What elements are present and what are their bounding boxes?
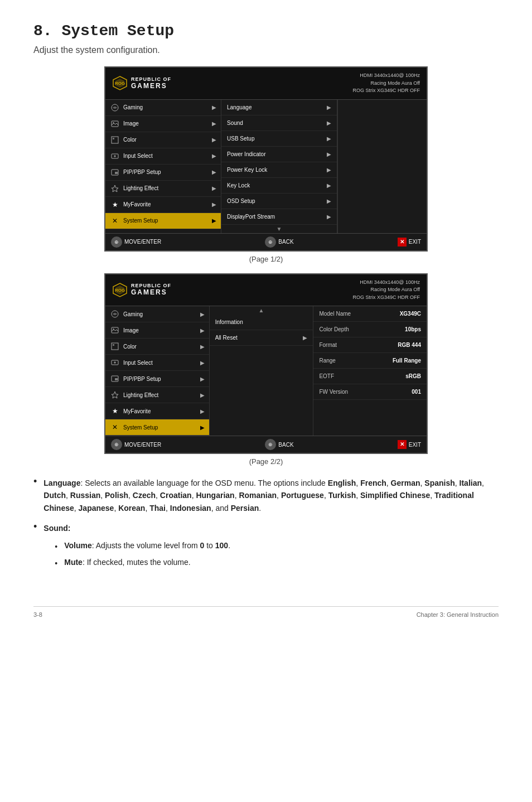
bullet-dot-sound: • xyxy=(33,521,37,533)
osd-page1: ROG REPUBLIC OF GAMERS HDMI 3440x1440@ 1… xyxy=(104,66,428,252)
info-format: Format RGB 444 xyxy=(313,337,427,353)
menu-system-setup[interactable]: ✕ System Setup ▶ xyxy=(105,213,221,229)
footer2-back: ⊕ BACK xyxy=(265,439,293,450)
bullet-dot-language: • xyxy=(33,476,37,487)
menu2-gaming[interactable]: Gaming ▶ xyxy=(105,306,209,322)
menu-myfavorite[interactable]: ★ MyFavorite ▶ xyxy=(105,197,221,213)
osd2-header: ROG REPUBLIC OF GAMERS HDMI 3440x1440@ 1… xyxy=(105,274,427,307)
osd2-main-menu: Gaming ▶ Image ▶ Color ▶ xyxy=(105,306,210,436)
input-select2-icon xyxy=(110,357,120,368)
osd2-caption: (Page 2/2) xyxy=(33,457,499,466)
footer-page-num: 3-8 xyxy=(33,611,42,618)
sub-bullet-mute: • Mute: If checked, mutes the volume. xyxy=(55,556,499,569)
menu2-pip-pbp[interactable]: PIP/PBP Setup ▶ xyxy=(105,371,209,387)
info-fw-version: FW Version 001 xyxy=(313,384,427,400)
bullet-sound: • Sound: • Volume: Adjusts the volume le… xyxy=(33,522,499,573)
back-icon: ⊕ xyxy=(265,236,276,248)
pip-icon xyxy=(110,167,120,177)
back2-icon: ⊕ xyxy=(265,439,276,450)
favorite-icon: ★ xyxy=(110,200,120,210)
input-select-icon xyxy=(110,151,120,161)
osd-page2: ROG REPUBLIC OF GAMERS HDMI 3440x1440@ 1… xyxy=(104,273,428,455)
image2-icon xyxy=(110,325,120,335)
sub-sound[interactable]: Sound ▶ xyxy=(221,115,337,131)
system-icon: ✕ xyxy=(110,216,120,226)
menu2-lighting[interactable]: Lighting Effect ▶ xyxy=(105,387,209,403)
menu2-myfavorite[interactable]: ★ MyFavorite ▶ xyxy=(105,403,209,419)
sub2-all-reset[interactable]: All Reset ▶ xyxy=(210,330,313,346)
color2-icon xyxy=(110,341,120,351)
lighting-icon xyxy=(110,183,120,194)
info-eotf: EOTF sRGB xyxy=(313,369,427,384)
osd1-header: ROG REPUBLIC OF GAMERS HDMI 3440x1440@ 1… xyxy=(105,67,427,100)
menu-image[interactable]: Image ▶ xyxy=(105,116,221,132)
sub-bullet-volume: • Volume: Adjusts the volume level from … xyxy=(55,539,499,553)
sound-sub-bullets: • Volume: Adjusts the volume level from … xyxy=(55,539,499,570)
footer2-move-enter: ⊕ MOVE/ENTER xyxy=(111,439,161,450)
osd2-body: Gaming ▶ Image ▶ Color ▶ xyxy=(105,306,427,436)
gaming-icon xyxy=(110,103,120,113)
osd2-detail-col: Model Name XG349C Color Depth 10bps Form… xyxy=(313,306,427,436)
osd2-sub-menu: ▲ Information All Reset ▶ xyxy=(210,306,314,436)
osd1-sub-menu: Language ▶ Sound ▶ USB Setup ▶ Power Ind… xyxy=(221,100,337,233)
page-subtitle: Adjust the system configuration. xyxy=(33,45,499,55)
volume-text: Volume: Adjusts the volume level from 0 … xyxy=(64,539,230,553)
bullet-text-language: Language: Selects an available language … xyxy=(43,477,499,514)
mute-text: Mute: If checked, mutes the volume. xyxy=(64,556,190,569)
rog-icon: ROG xyxy=(112,75,128,91)
sub-language[interactable]: Language ▶ xyxy=(221,100,337,115)
sub-power-indicator[interactable]: Power Indicator ▶ xyxy=(221,147,337,162)
footer-back: ⊕ BACK xyxy=(265,236,293,248)
sub-osd-setup[interactable]: OSD Setup ▶ xyxy=(221,194,337,209)
menu-pip-pbp[interactable]: PIP/PBP Setup ▶ xyxy=(105,165,221,181)
menu-input-select[interactable]: Input Select ▶ xyxy=(105,148,221,165)
footer-exit: ✕ EXIT xyxy=(398,236,421,248)
footer-chapter: Chapter 3: General Instruction xyxy=(417,611,499,618)
sub-displayport-stream[interactable]: DisplayPort Stream ▶ xyxy=(221,209,337,225)
sub-usb-setup[interactable]: USB Setup ▶ xyxy=(221,131,337,147)
osd1-footer: ⊕ MOVE/ENTER ⊕ BACK ✕ EXIT xyxy=(105,233,427,250)
sub-key-lock[interactable]: Key Lock ▶ xyxy=(221,178,337,194)
lighting2-icon xyxy=(110,390,120,400)
svg-rect-6 xyxy=(112,137,118,143)
bullet-language: • Language: Selects an available languag… xyxy=(33,477,499,514)
system2-icon: ✕ xyxy=(110,422,120,432)
menu-lighting[interactable]: Lighting Effect ▶ xyxy=(105,181,221,197)
pip2-icon xyxy=(110,374,120,384)
rog-text2: REPUBLIC OF GAMERS xyxy=(131,283,171,296)
osd1-body: Gaming ▶ Image ▶ Color ▶ xyxy=(105,100,427,233)
sub2-information[interactable]: Information xyxy=(210,315,313,330)
svg-text:ROG: ROG xyxy=(115,81,125,86)
exit2-icon: ✕ xyxy=(398,440,407,449)
info-color-depth: Color Depth 10bps xyxy=(313,322,427,337)
page-title: 8. System Setup xyxy=(33,22,499,40)
osd2-footer: ⊕ MOVE/ENTER ⊕ BACK ✕ EXIT xyxy=(105,436,427,453)
sub-power-key-lock[interactable]: Power Key Lock ▶ xyxy=(221,162,337,178)
favorite2-icon: ★ xyxy=(110,406,120,416)
svg-rect-10 xyxy=(115,172,118,174)
osd2-info: HDMI 3440x1440@ 100Hz Racing Mode Aura O… xyxy=(352,279,420,302)
osd1-detail-col xyxy=(337,100,427,233)
image-icon xyxy=(110,119,120,129)
rog-logo: ROG REPUBLIC OF GAMERS xyxy=(112,75,171,91)
bullet-text-sound: Sound: • Volume: Adjusts the volume leve… xyxy=(43,522,499,573)
info-range: Range Full Range xyxy=(313,353,427,369)
menu-color[interactable]: Color ▶ xyxy=(105,132,221,148)
rog-icon2: ROG xyxy=(112,282,128,298)
scroll-up-indicator: ▲ xyxy=(210,306,313,315)
svg-rect-7 xyxy=(113,138,114,139)
move-enter2-icon: ⊕ xyxy=(111,439,122,450)
menu2-color[interactable]: Color ▶ xyxy=(105,339,209,355)
rog-logo2: ROG REPUBLIC OF GAMERS xyxy=(112,282,171,298)
mute-dot: • xyxy=(55,557,57,569)
menu2-image[interactable]: Image ▶ xyxy=(105,322,209,339)
menu2-input-select[interactable]: Input Select ▶ xyxy=(105,355,209,371)
gaming2-icon xyxy=(110,309,120,319)
menu2-system-setup[interactable]: ✕ System Setup ▶ xyxy=(105,419,209,436)
footer-move-enter: ⊕ MOVE/ENTER xyxy=(111,236,161,248)
svg-rect-18 xyxy=(113,344,114,346)
info-model-name: Model Name XG349C xyxy=(313,306,427,322)
content-section: • Language: Selects an available languag… xyxy=(33,477,499,573)
menu-gaming[interactable]: Gaming ▶ xyxy=(105,100,221,116)
osd1-info: HDMI 3440x1440@ 100Hz Racing Mode Aura O… xyxy=(352,72,420,95)
